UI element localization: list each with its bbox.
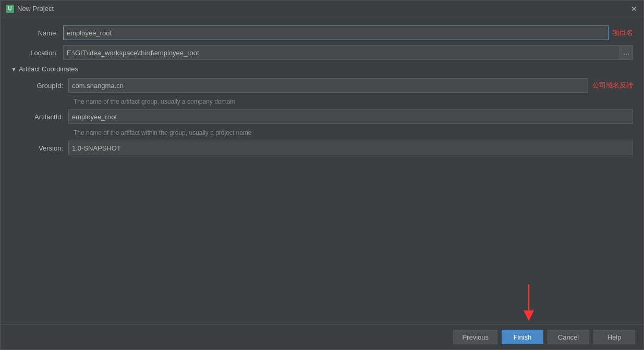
previous-button[interactable]: Previous — [453, 330, 497, 344]
version-input[interactable] — [68, 141, 633, 155]
artifact-section-content: GroupId: 公司域名反转 The name of the artifact… — [11, 78, 633, 155]
location-input-wrapper: … — [63, 45, 633, 60]
help-button[interactable]: Help — [593, 330, 635, 344]
version-input-wrapper — [68, 141, 633, 155]
version-label: Version: — [16, 144, 68, 152]
name-label: Name: — [11, 29, 63, 37]
dialog-content: Name: 项目名 Location: … ▼ Artifact Coordin… — [1, 17, 643, 324]
name-annotation: 项目名 — [613, 28, 633, 38]
artifactid-hint: The name of the artifact within the grou… — [74, 129, 633, 136]
name-input-wrapper — [63, 26, 609, 40]
svg-marker-1 — [524, 310, 534, 321]
dialog-footer: Previous Finish Cancel Help — [1, 324, 643, 349]
groupid-input[interactable] — [68, 78, 588, 93]
artifactid-input-wrapper — [68, 109, 633, 124]
cancel-button[interactable]: Cancel — [548, 330, 589, 344]
location-label: Location: — [11, 49, 63, 57]
name-input[interactable] — [63, 26, 609, 40]
title-bar: U New Project ✕ — [1, 1, 643, 17]
arrow-indicator — [508, 282, 539, 323]
dialog-title: New Project — [17, 5, 630, 12]
browse-button[interactable]: … — [619, 45, 633, 60]
artifactid-label: ArtifactId: — [16, 113, 68, 121]
section-toggle[interactable]: ▼ — [11, 66, 17, 72]
artifactid-input[interactable] — [68, 109, 633, 124]
finish-button[interactable]: Finish — [502, 330, 543, 344]
artifact-section-header: ▼ Artifact Coordinates — [11, 65, 633, 73]
artifactid-row: ArtifactId: — [16, 109, 633, 124]
location-row: Location: … — [11, 45, 633, 60]
groupid-hint: The name of the artifact group, usually … — [74, 98, 633, 105]
close-button[interactable]: ✕ — [630, 5, 638, 13]
name-row: Name: 项目名 — [11, 26, 633, 40]
groupid-row: GroupId: 公司域名反转 — [16, 78, 633, 93]
app-icon: U — [6, 5, 14, 13]
version-row: Version: — [16, 141, 633, 155]
groupid-input-wrapper — [68, 78, 588, 93]
location-input[interactable] — [63, 45, 619, 60]
groupid-label: GroupId: — [16, 82, 68, 90]
section-label: Artifact Coordinates — [19, 65, 78, 73]
new-project-dialog: U New Project ✕ Name: 项目名 Location: … ▼ … — [0, 0, 644, 350]
groupid-annotation: 公司域名反转 — [592, 81, 633, 90]
